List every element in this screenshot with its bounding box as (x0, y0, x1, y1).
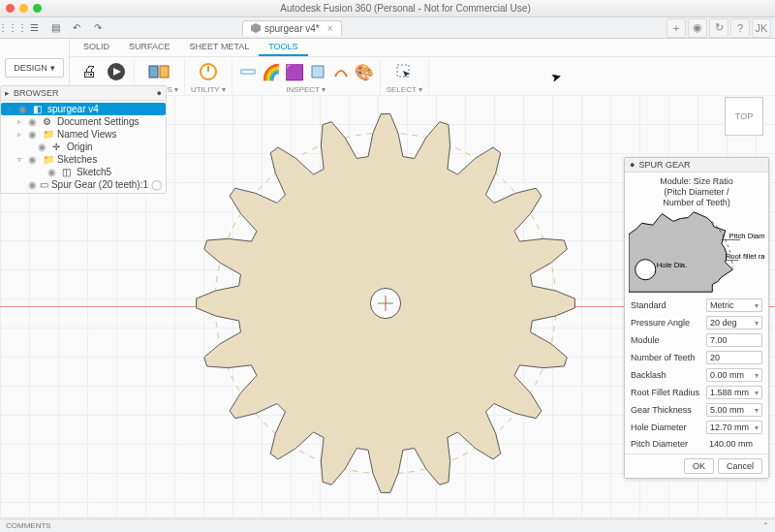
ribbon-tab-surface[interactable]: SURFACE (119, 39, 180, 56)
svg-text:Hole Dia.: Hole Dia. (657, 262, 687, 270)
tree-item[interactable]: ▿◉📁Sketches (1, 153, 166, 166)
param-row: Pressure Angle20 deg▾ (625, 314, 768, 331)
param-label: Backlash (631, 370, 702, 380)
visibility-icon[interactable]: ◉ (28, 179, 37, 190)
dialog-collapse-icon[interactable]: ● (630, 160, 635, 170)
user-avatar[interactable]: JK (752, 18, 771, 38)
visibility-icon[interactable]: ◉ (47, 167, 59, 177)
print3d-icon[interactable]: 🖨 (78, 60, 101, 83)
browser-caret-icon[interactable]: ▸ (5, 88, 10, 98)
tree-item-label: Spur Gear (20 teeth):1 (51, 179, 148, 190)
dropdown-icon[interactable]: ▾ (174, 85, 178, 94)
gear-diagram: Hole Dia. Pitch Diam Root fillet ra (625, 209, 768, 295)
visibility-icon[interactable]: ◉ (38, 141, 49, 152)
param-label: Hole Diameter (631, 422, 702, 432)
component-icon (251, 23, 261, 33)
grid-menu-icon[interactable]: ⋮⋮⋮ (4, 19, 21, 37)
undo-icon[interactable]: ↶ (68, 19, 85, 37)
dropdown-icon[interactable]: ▾ (755, 319, 759, 328)
param-input[interactable]: 1.588 mm▾ (706, 386, 762, 399)
workspace-selector[interactable]: DESIGN ▾ (5, 58, 64, 78)
save-icon[interactable]: ▤ (46, 19, 64, 37)
tree-item[interactable]: ◉▭Spur Gear (20 teeth):1 ◯ (1, 178, 166, 191)
ribbon-tab-tools[interactable]: TOOLS (259, 39, 307, 56)
svg-rect-1 (149, 66, 158, 78)
traffic-min-icon[interactable] (19, 4, 28, 13)
close-tab-icon[interactable]: × (327, 23, 333, 34)
param-input[interactable]: 0.00 mm▾ (706, 368, 762, 382)
quick-access-bar: ⋮⋮⋮ ☰ ▤ ↶ ↷ spurgear v4* × + ◉ ↻ ? JK (0, 17, 775, 39)
dropdown-icon[interactable]: ▾ (322, 85, 326, 94)
param-input[interactable]: 20 deg▾ (706, 316, 762, 329)
inspect-palette-icon[interactable]: 🎨 (355, 62, 374, 81)
dropdown-icon[interactable]: ▾ (755, 371, 759, 380)
inspect-rainbow-icon[interactable]: 🌈 (262, 62, 281, 81)
addins-icon[interactable] (147, 60, 170, 83)
param-input[interactable]: 5.00 mm▾ (706, 403, 762, 417)
svg-text:Pitch Diam: Pitch Diam (729, 232, 764, 240)
tree-item[interactable]: ▿◉◧spurgear v4 (1, 103, 166, 115)
param-label: Pressure Angle (631, 318, 702, 328)
param-label: Standard (631, 300, 702, 310)
body-icon: ▭ (40, 179, 48, 190)
new-tab-icon[interactable]: + (666, 18, 686, 38)
param-row: Number of Teeth20 (625, 349, 768, 366)
tree-item[interactable]: ◉✛Origin (1, 141, 166, 153)
svg-rect-4 (207, 66, 209, 72)
ribbon-tab-sheet-metal[interactable]: SHEET METAL (180, 39, 260, 56)
visibility-icon[interactable]: ◉ (28, 129, 40, 140)
dropdown-icon[interactable]: ▾ (755, 423, 759, 432)
comments-bar[interactable]: COMMENTS ⌃ (0, 518, 775, 532)
tree-item-label: Sketches (57, 154, 97, 165)
utility-icon[interactable] (197, 60, 220, 83)
comments-expand-icon[interactable]: ⌃ (762, 521, 769, 530)
dropdown-icon[interactable]: ▾ (755, 301, 759, 310)
tree-item-label: Origin (67, 141, 93, 152)
visibility-icon[interactable]: ◉ (28, 154, 40, 165)
dropdown-icon[interactable]: ▾ (418, 85, 422, 94)
dropdown-icon[interactable]: ▾ (755, 406, 759, 415)
help-icon[interactable]: ? (730, 18, 750, 38)
tree-item-label: Named Views (57, 129, 117, 140)
tree-item[interactable]: ◉◫Sketch5 (1, 166, 166, 178)
titlebar: Autodesk Fusion 360 (Personal - Not for … (0, 0, 775, 17)
group-inspect-label: INSPECT (286, 85, 320, 94)
svg-point-12 (636, 260, 656, 280)
dropdown-icon[interactable]: ▾ (222, 85, 226, 94)
param-input[interactable]: 7.00 (706, 333, 762, 347)
param-row: Backlash0.00 mm▾ (625, 366, 768, 384)
param-input[interactable]: 20 (706, 351, 762, 364)
gear-body (177, 95, 594, 512)
redo-icon[interactable]: ↷ (89, 19, 107, 37)
ok-button[interactable]: OK (684, 458, 714, 474)
traffic-zoom-icon[interactable] (33, 4, 42, 13)
inspect-curvature-icon[interactable] (331, 62, 351, 81)
ribbon-tab-solid[interactable]: SOLID (74, 39, 119, 56)
sketch-icon: ◫ (62, 167, 74, 177)
viewcube[interactable]: TOP (725, 97, 763, 136)
tree-item-label: Document Settings (57, 116, 140, 127)
inspect-ruler-icon[interactable] (238, 62, 258, 81)
traffic-close-icon[interactable] (6, 4, 15, 13)
param-row: Root Fillet Radius1.588 mm▾ (625, 384, 768, 401)
dropdown-icon[interactable]: ▾ (755, 389, 759, 397)
inspect-volume-icon[interactable] (308, 62, 327, 81)
notifications-icon[interactable]: ◉ (688, 18, 707, 38)
timer-icon[interactable]: ↻ (709, 18, 728, 38)
data-panel-icon[interactable]: ☰ (25, 19, 43, 37)
param-input[interactable]: Metric▾ (706, 298, 762, 312)
tree-item[interactable]: ▹◉📁Named Views (1, 128, 166, 141)
svg-text:Root fillet ra: Root fillet ra (726, 252, 764, 261)
browser-settings-icon[interactable]: ● (157, 88, 162, 98)
make-triangle-icon[interactable] (105, 60, 128, 83)
select-tool-icon[interactable] (392, 60, 416, 83)
tree-item[interactable]: ▹◉⚙Document Settings (1, 115, 166, 128)
visibility-icon[interactable]: ◉ (18, 104, 30, 114)
component-icon: ◧ (33, 104, 45, 114)
visibility-icon[interactable]: ◉ (28, 116, 40, 127)
tree-item-label: spurgear v4 (47, 104, 99, 114)
cancel-button[interactable]: Cancel (718, 458, 762, 474)
document-tab[interactable]: spurgear v4* × (242, 20, 342, 36)
param-input[interactable]: 12.70 mm▾ (706, 421, 762, 434)
inspect-swatch-icon[interactable]: 🟪 (285, 62, 304, 81)
